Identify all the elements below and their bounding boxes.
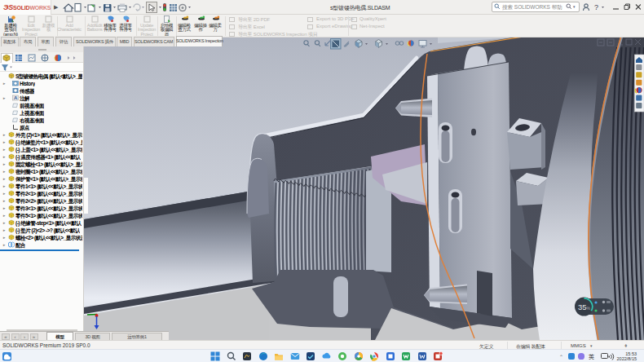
- svg-text:%: %: [587, 306, 591, 311]
- svg-text:A: A: [14, 95, 18, 100]
- svg-text:?: ?: [594, 3, 598, 11]
- svg-text:35: 35: [578, 302, 587, 311]
